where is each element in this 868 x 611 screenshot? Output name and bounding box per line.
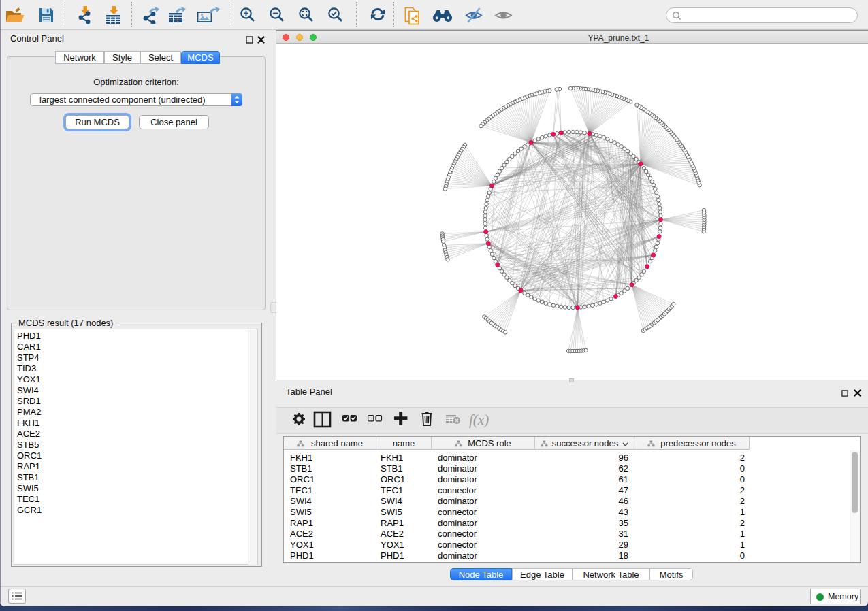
- svg-text:f(x): f(x): [469, 412, 489, 428]
